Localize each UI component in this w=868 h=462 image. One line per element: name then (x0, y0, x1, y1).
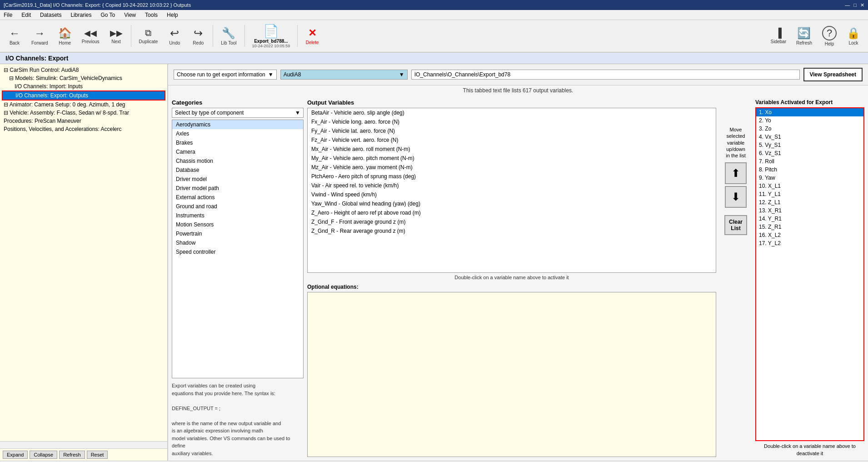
output-item-0[interactable]: BetaAir - Vehicle aero. slip angle (deg) (308, 108, 716, 117)
activated-item-0[interactable]: 1. Xo (756, 108, 863, 116)
activated-item-9[interactable]: 10. X_L1 (756, 182, 863, 190)
optional-equations-area[interactable] (307, 292, 716, 457)
output-item-3[interactable]: Fz_Air - Vehicle vert. aero. force (N) (308, 136, 716, 145)
category-item-13[interactable]: Shadow (172, 238, 303, 247)
tree-item-6[interactable]: Procedures: PreScan Maneuver (2, 117, 165, 125)
home-icon: 🏠 (58, 27, 72, 40)
separator-4 (297, 25, 298, 47)
back-button[interactable]: ← Back (4, 22, 25, 50)
output-variables-title: Output Variables (307, 99, 716, 106)
category-item-10[interactable]: Instruments (172, 211, 303, 220)
redo-button[interactable]: ↪ Redo (187, 22, 209, 50)
activated-item-7[interactable]: 8. Pitch (756, 166, 863, 174)
forward-button[interactable]: → Forward (27, 22, 52, 50)
output-item-4[interactable]: Mx_Air - Vehicle aero. roll moment (N-m) (308, 145, 716, 154)
delete-button[interactable]: ✕ Delete (301, 22, 323, 50)
output-item-8[interactable]: Vair - Air speed rel. to vehicle (km/h) (308, 181, 716, 190)
window-controls[interactable]: — □ ✕ (845, 2, 864, 8)
reset-button[interactable]: Reset (87, 451, 108, 459)
output-item-6[interactable]: Mz_Air - Vehicle aero. yaw moment (N-m) (308, 163, 716, 172)
tree-item-5[interactable]: ⊟ Vehicle: Assembly: F-Class, Sedan w/ 8… (2, 109, 165, 117)
category-item-14[interactable]: Speed controller (172, 247, 303, 256)
category-item-3[interactable]: Camera (172, 147, 303, 156)
category-item-9[interactable]: Ground and road (172, 202, 303, 211)
tree-item-4[interactable]: ⊟ Animator: Camera Setup: 0 deg. Azimuth… (2, 100, 165, 109)
collapse-button[interactable]: Collapse (30, 451, 57, 459)
output-item-11[interactable]: Z_Aero - Height of aero ref pt above roa… (308, 208, 716, 217)
run-dropdown[interactable]: Choose run to get export information ▼ (174, 70, 277, 80)
output-item-1[interactable]: Fx_Air - Vehicle long. aero. force (N) (308, 117, 716, 126)
category-item-4[interactable]: Chassis motion (172, 156, 303, 166)
category-item-1[interactable]: Axles (172, 129, 303, 138)
page-title: I/O Channels: Export (5, 55, 68, 62)
activated-item-3[interactable]: 4. Vx_S1 (756, 133, 863, 141)
move-down-button[interactable]: ⬇ (725, 186, 747, 208)
libtool-icon: 🔧 (222, 27, 235, 40)
output-item-5[interactable]: My_Air - Vehicle aero. pitch moment (N-m… (308, 154, 716, 163)
tree-item-0[interactable]: ⊟ CarSim Run Control: AudiA8 (2, 66, 165, 74)
menu-goto[interactable]: Go To (99, 11, 117, 19)
libtool-button[interactable]: 🔧 Lib Tool (217, 22, 240, 50)
category-item-0[interactable]: Aerodynamics (172, 120, 303, 129)
activated-item-6[interactable]: 7. Roll (756, 157, 863, 166)
menu-view[interactable]: View (122, 11, 138, 19)
menu-file[interactable]: File (2, 11, 14, 19)
activated-item-8[interactable]: 9. Yaw (756, 174, 863, 182)
help-button[interactable]: ? Help (818, 22, 841, 50)
activated-item-15[interactable]: 16. X_L2 (756, 231, 863, 239)
output-item-2[interactable]: Fy_Air - Vehicle lat. aero. force (N) (308, 126, 716, 136)
lock-button[interactable]: 🔒 Lock (843, 22, 864, 50)
menu-help[interactable]: Help (165, 11, 180, 19)
activated-item-4[interactable]: 5. Vy_S1 (756, 141, 863, 149)
duplicate-button[interactable]: ⧉ Duplicate (135, 22, 162, 50)
category-item-2[interactable]: Brakes (172, 138, 303, 147)
activated-item-1[interactable]: 2. Yo (756, 116, 863, 125)
view-spreadsheet-button[interactable]: View Spreadsheet (803, 68, 863, 81)
expand-button[interactable]: Expand (3, 451, 28, 459)
undo-button[interactable]: ↩ Undo (164, 22, 185, 50)
tree-item-2[interactable]: I/O Channels: Import: Inputs (2, 82, 165, 90)
category-item-7[interactable]: Driver model path (172, 184, 303, 193)
sidebar-scrollbar[interactable] (0, 441, 167, 448)
activated-item-16[interactable]: 17. Y_L2 (756, 239, 863, 247)
activated-item-10[interactable]: 11. Y_L1 (756, 190, 863, 198)
category-item-11[interactable]: Motion Sensors (172, 220, 303, 229)
category-item-8[interactable]: External actions (172, 193, 303, 202)
menu-tools[interactable]: Tools (143, 11, 160, 19)
category-type-dropdown[interactable]: Select by type of component ▼ (172, 108, 304, 118)
activated-item-5[interactable]: 6. Vz_S1 (756, 149, 863, 157)
activated-item-14[interactable]: 15. Z_R1 (756, 223, 863, 231)
menu-libraries[interactable]: Libraries (69, 11, 93, 19)
tree-item-3[interactable]: I/O Channels: Export: Outputs (2, 90, 165, 100)
activated-item-11[interactable]: 12. Z_L1 (756, 198, 863, 206)
sidebar-button[interactable]: ▐ Sidebar (767, 22, 790, 50)
refresh-button[interactable]: 🔄 Refresh (792, 22, 816, 50)
category-item-5[interactable]: Database (172, 166, 303, 175)
next-icon: ▶▶ (110, 28, 123, 38)
activated-item-12[interactable]: 13. X_R1 (756, 206, 863, 215)
minimize-btn[interactable]: — (845, 2, 850, 8)
tree-item-1[interactable]: ⊟ Models: Simulink: CarSim_VehicleDynami… (2, 74, 165, 82)
maximize-btn[interactable]: □ (853, 2, 857, 8)
menu-edit[interactable]: Edit (20, 11, 33, 19)
next-button[interactable]: ▶▶ Next (105, 22, 127, 50)
activated-item-2[interactable]: 3. Zo (756, 125, 863, 133)
sidebar-refresh-button[interactable]: Refresh (59, 451, 85, 459)
category-item-6[interactable]: Driver model (172, 175, 303, 184)
menu-datasets[interactable]: Datasets (38, 11, 63, 19)
output-item-13[interactable]: Z_Gnd_R - Rear average ground z (m) (308, 226, 716, 236)
output-item-7[interactable]: PtchAero - Aero pitch of sprung mass (de… (308, 172, 716, 181)
activated-item-13[interactable]: 14. Y_R1 (756, 215, 863, 223)
output-item-9[interactable]: Vwind - Wind speed (km/h) (308, 190, 716, 199)
output-item-12[interactable]: Z_Gnd_F - Front average ground z (m) (308, 217, 716, 226)
output-item-10[interactable]: Yaw_Wind - Global wind heading (yaw) (de… (308, 199, 716, 208)
previous-button[interactable]: ◀◀ Previous (78, 22, 104, 50)
title-bar: [CarSim2019.1_Data] I/O Channels: Export… (0, 0, 868, 10)
move-up-button[interactable]: ⬆ (725, 162, 747, 184)
close-btn[interactable]: ✕ (860, 2, 864, 8)
category-item-12[interactable]: Powertrain (172, 229, 303, 238)
model-dropdown[interactable]: AudiA8 ▼ (280, 70, 408, 80)
tree-item-7[interactable]: Positions, Velocities, and Accelerations… (2, 125, 165, 133)
home-button[interactable]: 🏠 Home (54, 22, 76, 50)
clear-list-button[interactable]: ClearList (724, 215, 747, 235)
